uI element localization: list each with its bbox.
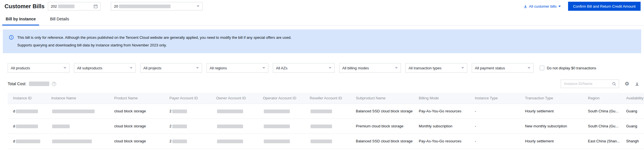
cell-product-name: cloud block storage: [109, 119, 164, 134]
page-title: Customer Bills: [5, 3, 44, 10]
cell-instance-id: d: [8, 134, 46, 149]
cell-operator-account-id: [258, 119, 304, 134]
all-customer-bills-label: All customer bills: [529, 4, 557, 8]
banner-text: This bill is only for reference. Althoug…: [17, 34, 292, 49]
filter-bar: All products All subproducts All project…: [8, 63, 639, 73]
settings-gear-icon[interactable]: ⚙: [625, 81, 629, 86]
payer-id-prefix: 2: [169, 139, 171, 143]
confirm-bill-button[interactable]: Confirm Bill and Return Credit Amount: [568, 2, 641, 11]
filter-transaction-types-value: All transaction types: [409, 66, 441, 70]
redacted-value: [217, 140, 243, 143]
chevron-down-icon: [63, 67, 66, 69]
chevron-down-icon: [329, 67, 331, 69]
chevron-down-icon: [262, 67, 265, 69]
col-instance-id: Instance ID: [8, 93, 46, 104]
filter-subproducts-select[interactable]: All subproducts: [74, 63, 136, 73]
chevron-down-icon: [197, 5, 199, 7]
cell-reseller-account-id: [304, 119, 350, 134]
download-icon: [524, 5, 527, 8]
cell-operator-account-id: [258, 104, 304, 119]
redacted-value: [16, 125, 38, 128]
banner-line-1: This bill is only for reference. Althoug…: [17, 34, 292, 41]
tab-bar: Bill by Instance Bill Details: [0, 12, 644, 25]
redacted-value: [16, 140, 40, 143]
redacted-value: [52, 110, 95, 113]
chevron-down-icon: [130, 67, 133, 69]
calendar-icon: [93, 4, 98, 8]
col-owner-account-id: Owner Account ID: [211, 93, 258, 104]
cell-billing-mode: Pay-As-You-Go resources: [413, 104, 469, 119]
bills-table: Instance ID Instance Name Product Name P…: [8, 93, 644, 149]
redacted-value: [172, 110, 187, 113]
search-box: [561, 80, 619, 88]
instance-id-prefix: d: [13, 124, 15, 128]
chevron-down-icon: [528, 67, 530, 69]
header-actions: All customer bills Confirm Bill and Retu…: [524, 2, 641, 11]
cell-instance-name: [46, 134, 109, 149]
search-input[interactable]: [564, 82, 610, 86]
cell-billing-mode: Pay-As-You-Go resources: [413, 134, 469, 149]
payer-id-prefix: 2: [169, 124, 171, 128]
cell-instance-id: d: [8, 119, 46, 134]
col-payer-account-id: Payer Account ID: [164, 93, 211, 104]
cell-reseller-account-id: [304, 134, 350, 149]
bills-table-wrap: Instance ID Instance Name Product Name P…: [8, 93, 644, 149]
cell-owner-account-id: [211, 104, 258, 119]
info-icon: [9, 35, 14, 40]
filter-regions-select[interactable]: All regions: [207, 63, 268, 73]
cell-product-name: cloud block storage: [109, 104, 164, 119]
cell-reseller-account-id: [304, 104, 350, 119]
cell-owner-account-id: [211, 119, 258, 134]
all-customer-bills-link[interactable]: All customer bills: [524, 4, 561, 8]
search-icon[interactable]: [612, 82, 616, 86]
redacted-value: [52, 140, 92, 143]
customer-account-value: 20: [114, 4, 118, 8]
chevron-down-icon: [461, 67, 464, 69]
col-instance-name: Instance Name: [46, 93, 109, 104]
cell-product-name: cloud block storage: [109, 134, 164, 149]
info-banner: This bill is only for reference. Althoug…: [3, 29, 641, 53]
customer-account-select[interactable]: 20: [111, 2, 203, 10]
redacted-customer-value: [119, 5, 171, 8]
filter-products-select[interactable]: All products: [8, 63, 69, 73]
redacted-value: [52, 125, 70, 128]
cell-instance-type: -: [469, 104, 520, 119]
cell-subproduct-name: Balanced SSD cloud block storage: [350, 134, 413, 149]
cell-operator-account-id: [258, 134, 304, 149]
redacted-value: [172, 140, 187, 143]
redacted-value: [311, 140, 332, 143]
cell-instance-type: -: [469, 134, 520, 149]
billing-month-picker[interactable]: 202: [48, 2, 101, 10]
col-region: Region: [583, 93, 621, 104]
filter-projects-value: All projects: [143, 66, 161, 70]
cell-region: South China (Gu...: [583, 104, 621, 119]
table-row: d cloud block storage 2 Premium cloud bl…: [8, 119, 644, 134]
tab-bill-by-instance[interactable]: Bill by Instance: [5, 12, 37, 25]
filter-billing-modes-value: All billing modes: [342, 66, 369, 70]
col-billing-mode: Billing Mode: [413, 93, 469, 104]
col-product-name: Product Name: [109, 93, 164, 104]
filter-billing-modes-select[interactable]: All billing modes: [339, 63, 401, 73]
tab-bill-details[interactable]: Bill Details: [49, 12, 70, 25]
cell-instance-name: [46, 119, 109, 134]
redacted-value: [217, 125, 243, 128]
cell-instance-name: [46, 104, 109, 119]
cell-payer-account-id: 2: [164, 134, 211, 149]
cell-owner-account-id: [211, 134, 258, 149]
redacted-value: [311, 110, 332, 113]
cell-transaction-type: Hourly settlement: [520, 134, 583, 149]
table-tools: ⚙: [561, 80, 639, 88]
redacted-value: [311, 125, 332, 128]
filter-transaction-types-select[interactable]: All transaction types: [405, 63, 467, 73]
col-operator-account-id: Operator Account ID: [258, 93, 304, 104]
hide-zero-transactions-checkbox[interactable]: Do not display $0 transactions: [540, 66, 596, 70]
filter-payment-status-select[interactable]: All payment status: [472, 63, 534, 73]
help-icon[interactable]: ?: [52, 82, 56, 86]
cell-transaction-type: Hourly settlement: [520, 104, 583, 119]
filter-subproducts-value: All subproducts: [77, 66, 102, 70]
filter-azs-select[interactable]: All AZs: [273, 63, 335, 73]
redacted-value: [264, 110, 290, 113]
filter-projects-select[interactable]: All projects: [140, 63, 202, 73]
cell-billing-mode: Monthly subscription: [413, 119, 469, 134]
download-table-icon[interactable]: [635, 82, 639, 86]
